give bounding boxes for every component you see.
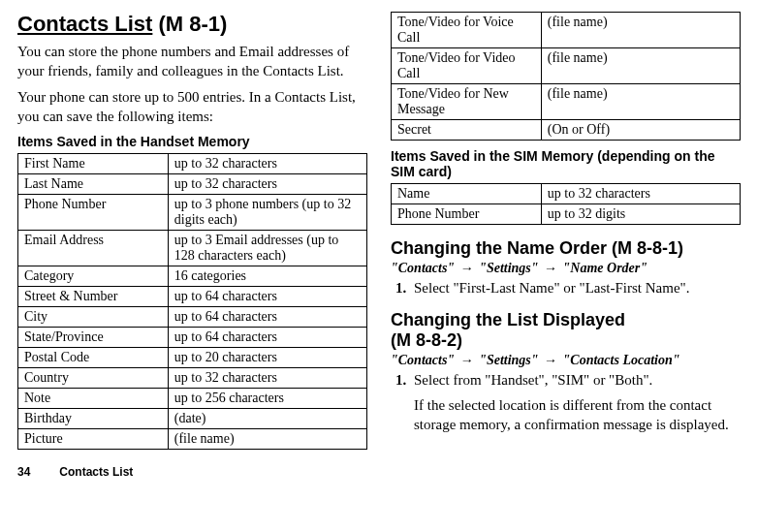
table-cell: Tone/Video for Voice Call xyxy=(392,13,542,48)
list-displayed-steps: Select from "Handset", "SIM" or "Both". xyxy=(391,372,741,389)
top-table-body: Tone/Video for Voice Call(file name) Ton… xyxy=(392,13,741,141)
table-cell: Phone Number xyxy=(392,204,542,225)
table-cell: Postal Code xyxy=(18,348,169,368)
page-footer: 34 Contacts List xyxy=(17,465,741,479)
table-cell: Email Address xyxy=(18,231,169,266)
table-row: Picture(file name) xyxy=(18,429,367,450)
table-row: Last Nameup to 32 characters xyxy=(18,174,367,195)
table-cell: Name xyxy=(392,184,542,204)
table-cell: up to 64 characters xyxy=(168,307,366,328)
step-item: Select from "Handset", "SIM" or "Both". xyxy=(410,372,741,389)
sim-memory-table: Nameup to 32 characters Phone Numberup t… xyxy=(391,183,741,225)
table-cell: (file name) xyxy=(541,84,740,120)
crumb-item: "Contacts Location" xyxy=(563,353,680,367)
table-cell: (file name) xyxy=(541,13,740,48)
sim-memory-heading: Items Saved in the SIM Memory (depending… xyxy=(391,148,741,179)
table-row: Secret(On or Off) xyxy=(392,120,741,141)
table-cell: up to 32 characters xyxy=(541,184,740,204)
table-cell: 16 categories xyxy=(168,266,366,287)
table-row: Countryup to 32 characters xyxy=(18,368,367,389)
table-cell: First Name xyxy=(18,154,169,174)
right-column: Tone/Video for Voice Call(file name) Ton… xyxy=(391,12,741,450)
table-cell: up to 32 characters xyxy=(168,174,366,195)
name-order-heading: Changing the Name Order (M 8-8-1) xyxy=(391,238,741,259)
name-order-title: Changing the Name Order xyxy=(391,238,607,258)
page-number: 34 xyxy=(17,465,56,479)
intro-paragraph-1: You can store the phone numbers and Emai… xyxy=(17,43,367,80)
table-cell: State/Province xyxy=(18,328,169,348)
intro-paragraph-2: Your phone can store up to 500 entries. … xyxy=(17,88,367,126)
table-cell: (file name) xyxy=(168,429,366,450)
table-cell: up to 32 digits xyxy=(541,204,740,225)
table-cell: (date) xyxy=(168,409,366,429)
table-cell: up to 64 characters xyxy=(168,287,366,307)
table-cell: Category xyxy=(18,266,169,287)
arrow-icon: → xyxy=(458,353,476,367)
crumb-item: "Contacts" xyxy=(391,261,455,275)
handset-memory-table-continued: Tone/Video for Voice Call(file name) Ton… xyxy=(391,12,741,141)
arrow-icon: → xyxy=(542,261,559,275)
table-cell: Birthday xyxy=(18,409,169,429)
table-cell: up to 20 characters xyxy=(168,348,366,368)
table-cell: up to 64 characters xyxy=(168,328,366,348)
table-cell: Country xyxy=(18,368,169,389)
table-row: Birthday(date) xyxy=(18,409,367,429)
table-cell: Secret xyxy=(392,120,542,141)
table-row: Cityup to 64 characters xyxy=(18,307,367,328)
table-row: Postal Codeup to 20 characters xyxy=(18,348,367,368)
table-cell: up to 3 Email addresses (up to 128 chara… xyxy=(168,231,366,266)
sim-table-body: Nameup to 32 characters Phone Numberup t… xyxy=(392,184,741,225)
table-cell: (file name) xyxy=(541,48,740,84)
table-cell: Phone Number xyxy=(18,195,169,231)
table-row: State/Provinceup to 64 characters xyxy=(18,328,367,348)
name-order-suffix: (M 8-8-1) xyxy=(607,238,683,258)
table-cell: City xyxy=(18,307,169,328)
table-cell: Tone/Video for Video Call xyxy=(392,48,542,84)
table-cell: Tone/Video for New Message xyxy=(392,84,542,120)
table-cell: up to 3 phone numbers (up to 32 digits e… xyxy=(168,195,366,231)
arrow-icon: → xyxy=(458,261,476,275)
table-row: Category16 categories xyxy=(18,266,367,287)
table-cell: up to 32 characters xyxy=(168,154,366,174)
list-displayed-heading: Changing the List Displayed (M 8-8-2) xyxy=(391,310,741,351)
page-title: Contacts List (M 8-1) xyxy=(17,12,367,37)
page-title-suffix: (M 8-1) xyxy=(152,12,227,36)
arrow-icon: → xyxy=(542,353,559,367)
table-row: Tone/Video for Video Call(file name) xyxy=(392,48,741,84)
table-row: Phone Numberup to 32 digits xyxy=(392,204,741,225)
handset-table-body: First Nameup to 32 characters Last Nameu… xyxy=(18,154,367,450)
chapter-name: Contacts List xyxy=(59,465,133,479)
table-row: First Nameup to 32 characters xyxy=(18,154,367,174)
list-displayed-suffix: (M 8-8-2) xyxy=(391,330,462,350)
crumb-item: "Settings" xyxy=(479,261,538,275)
table-cell: Last Name xyxy=(18,174,169,195)
left-column: Contacts List (M 8-1) You can store the … xyxy=(17,12,367,450)
handset-memory-heading: Items Saved in the Handset Memory xyxy=(17,134,367,149)
crumb-item: "Name Order" xyxy=(563,261,647,275)
page-title-text: Contacts List xyxy=(17,12,152,36)
table-row: Noteup to 256 characters xyxy=(18,389,367,409)
table-cell: up to 256 characters xyxy=(168,389,366,409)
table-row: Nameup to 32 characters xyxy=(392,184,741,204)
table-row: Phone Numberup to 3 phone numbers (up to… xyxy=(18,195,367,231)
table-cell: up to 32 characters xyxy=(168,368,366,389)
list-displayed-note: If the selected location is different fr… xyxy=(414,396,741,434)
table-row: Tone/Video for New Message(file name) xyxy=(392,84,741,120)
crumb-item: "Contacts" xyxy=(391,353,455,367)
name-order-path: "Contacts" → "Settings" → "Name Order" xyxy=(391,261,741,276)
step-item: Select "First-Last Name" or "Last-First … xyxy=(410,280,741,297)
table-cell: (On or Off) xyxy=(541,120,740,141)
list-displayed-path: "Contacts" → "Settings" → "Contacts Loca… xyxy=(391,353,741,368)
list-displayed-title: Changing the List Displayed xyxy=(391,310,625,329)
crumb-item: "Settings" xyxy=(479,353,538,367)
table-row: Street & Numberup to 64 characters xyxy=(18,287,367,307)
table-row: Email Addressup to 3 Email addresses (up… xyxy=(18,231,367,266)
table-cell: Street & Number xyxy=(18,287,169,307)
name-order-steps: Select "First-Last Name" or "Last-First … xyxy=(391,280,741,297)
table-cell: Picture xyxy=(18,429,169,450)
table-cell: Note xyxy=(18,389,169,409)
handset-memory-table: First Nameup to 32 characters Last Nameu… xyxy=(17,153,367,450)
table-row: Tone/Video for Voice Call(file name) xyxy=(392,13,741,48)
